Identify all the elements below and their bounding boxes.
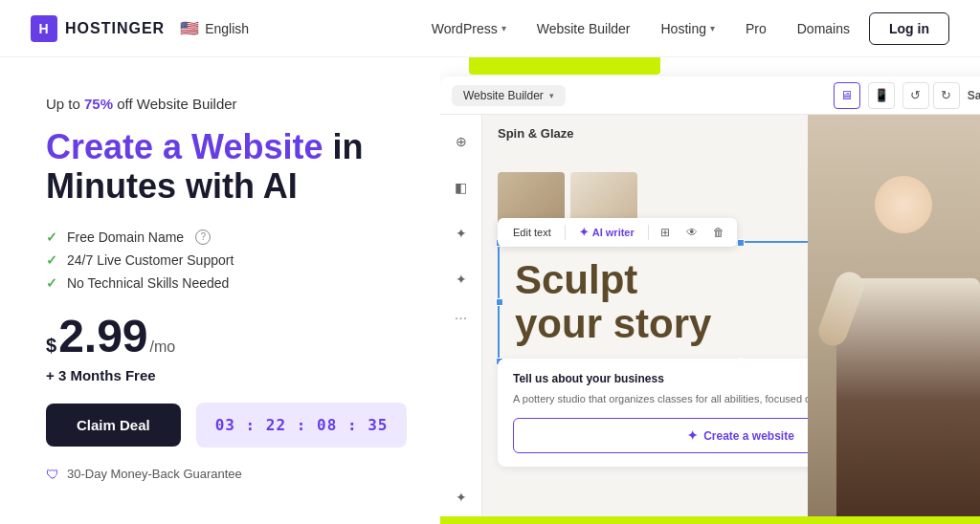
ai-star-icon: ✦ bbox=[579, 226, 589, 239]
hero-title-purple: Create a Website bbox=[46, 127, 323, 166]
per-month-label: /mo bbox=[150, 338, 176, 356]
delete-icon[interactable]: 🗑 bbox=[708, 222, 729, 243]
topbar-icons: 🖥 📱 ↺ ↻ Sav bbox=[834, 82, 980, 109]
desktop-view-button[interactable]: 🖥 bbox=[834, 82, 860, 109]
chevron-down-icon: ▾ bbox=[710, 23, 715, 33]
cta-row: Claim Deal 03 : 22 : 08 : 35 bbox=[46, 403, 410, 448]
builder-topbar: Website Builder ▾ 🖥 📱 ↺ ↻ Sav bbox=[440, 76, 980, 115]
countdown-timer: 03 : 22 : 08 : 35 bbox=[196, 403, 408, 448]
nav-wordpress[interactable]: WordPress ▾ bbox=[420, 13, 518, 44]
pricing-section: $ 2.99 /mo bbox=[46, 314, 410, 360]
settings-icon[interactable]: ✦ bbox=[446, 264, 477, 295]
apps-icon[interactable]: ✦ bbox=[446, 482, 477, 513]
ai-icon[interactable]: ✦ bbox=[446, 218, 477, 249]
create-star-icon: ✦ bbox=[687, 428, 698, 443]
feature-support: ✓ 24/7 Live Customer Support bbox=[46, 252, 410, 268]
save-label: Sav bbox=[968, 89, 980, 102]
mobile-view-button[interactable]: 📱 bbox=[868, 82, 895, 109]
layers-icon[interactable]: ◧ bbox=[446, 172, 477, 203]
undo-redo-group: ↺ ↻ bbox=[902, 82, 960, 109]
builder-content: ⊕ ◧ ✦ ✦ ··· ✦ Spin & Glaze bbox=[440, 115, 980, 524]
chevron-down-icon: ▾ bbox=[549, 91, 554, 100]
builder-tab[interactable]: Website Builder ▾ bbox=[452, 85, 566, 106]
logo-text: HOSTINGER bbox=[65, 20, 165, 37]
main-content: Up to 75% off Website Builder Create a W… bbox=[0, 57, 980, 524]
woman-photo bbox=[808, 115, 980, 524]
ai-writer-button[interactable]: ✦ AI writer bbox=[571, 223, 642, 242]
add-element-icon[interactable]: ⊕ bbox=[446, 126, 477, 157]
edit-text-button[interactable]: Edit text bbox=[505, 224, 559, 241]
check-icon: ✓ bbox=[46, 275, 57, 291]
nav-hosting[interactable]: Hosting ▾ bbox=[649, 13, 725, 44]
main-nav: WordPress ▾ Website Builder Hosting ▾ Pr… bbox=[420, 12, 949, 45]
divider bbox=[648, 225, 649, 240]
hero-section: Up to 75% off Website Builder Create a W… bbox=[0, 57, 440, 524]
eye-icon[interactable]: 👁 bbox=[681, 222, 702, 243]
login-button[interactable]: Log in bbox=[869, 12, 949, 45]
feature-skills-text: No Technical Skills Needed bbox=[67, 275, 229, 291]
feature-support-text: 24/7 Live Customer Support bbox=[67, 252, 234, 268]
builder-preview: Website Builder ▾ 🖥 📱 ↺ ↻ Sav bbox=[440, 57, 980, 524]
builder-tab-label: Website Builder bbox=[463, 89, 544, 102]
redo-button[interactable]: ↻ bbox=[933, 82, 960, 109]
resize-handle-mid-left[interactable] bbox=[496, 298, 503, 306]
page-mockup: Spin & Glaze Edit text bbox=[482, 115, 980, 524]
nav-domains[interactable]: Domains bbox=[786, 13, 861, 44]
divider bbox=[565, 225, 566, 240]
price-row: $ 2.99 /mo bbox=[46, 314, 410, 360]
text-editor-bar: Edit text ✦ AI writer ⊞ 👁 🗑 bbox=[498, 218, 737, 247]
free-months-label: + 3 Months Free bbox=[46, 367, 410, 383]
builder-sidebar: ⊕ ◧ ✦ ✦ ··· ✦ bbox=[440, 115, 482, 524]
feature-skills: ✓ No Technical Skills Needed bbox=[46, 275, 410, 291]
builder-canvas: Spin & Glaze Edit text bbox=[482, 115, 980, 524]
bottom-lime-bar bbox=[440, 516, 980, 524]
more-icon[interactable]: ··· bbox=[455, 310, 467, 327]
price-value: 2.99 bbox=[58, 314, 147, 360]
header-left: H HOSTINGER 🇺🇸 English bbox=[31, 15, 249, 42]
logo-icon: H bbox=[31, 15, 57, 42]
header: H HOSTINGER 🇺🇸 English WordPress ▾ Websi… bbox=[0, 0, 980, 57]
feature-domain: ✓ Free Domain Name ? bbox=[46, 229, 410, 245]
person-head bbox=[875, 176, 932, 233]
logo[interactable]: H HOSTINGER bbox=[31, 15, 165, 42]
check-icon: ✓ bbox=[46, 252, 57, 268]
resize-handle-top-mid[interactable] bbox=[737, 239, 745, 247]
promo-text: Up to 75% off Website Builder bbox=[46, 96, 410, 112]
nav-website-builder[interactable]: Website Builder bbox=[525, 13, 642, 44]
info-icon[interactable]: ? bbox=[195, 229, 211, 245]
promo-percent: 75% bbox=[84, 96, 113, 112]
chevron-down-icon: ▾ bbox=[501, 23, 506, 33]
feature-domain-text: Free Domain Name bbox=[67, 229, 184, 245]
guarantee-text: 🛡 30-Day Money-Back Guarantee bbox=[46, 467, 410, 482]
undo-button[interactable]: ↺ bbox=[902, 82, 929, 109]
site-name-label: Spin & Glaze bbox=[498, 126, 573, 141]
woman-background bbox=[808, 115, 980, 524]
lang-label: English bbox=[205, 21, 249, 36]
features-list: ✓ Free Domain Name ? ✓ 24/7 Live Custome… bbox=[46, 229, 410, 291]
builder-window: Website Builder ▾ 🖥 📱 ↺ ↻ Sav bbox=[440, 76, 980, 524]
shield-icon: 🛡 bbox=[46, 467, 59, 482]
flag-icon: 🇺🇸 bbox=[180, 19, 199, 37]
hero-title: Create a Website in Minutes with AI bbox=[46, 127, 410, 207]
language-selector[interactable]: 🇺🇸 English bbox=[180, 19, 249, 37]
copy-icon[interactable]: ⊞ bbox=[655, 222, 676, 243]
dollar-sign: $ bbox=[46, 335, 56, 357]
person-body bbox=[836, 278, 980, 524]
claim-deal-button[interactable]: Claim Deal bbox=[46, 404, 181, 447]
check-icon: ✓ bbox=[46, 229, 57, 245]
nav-pro[interactable]: Pro bbox=[734, 13, 778, 44]
lime-accent-bar bbox=[469, 57, 660, 75]
